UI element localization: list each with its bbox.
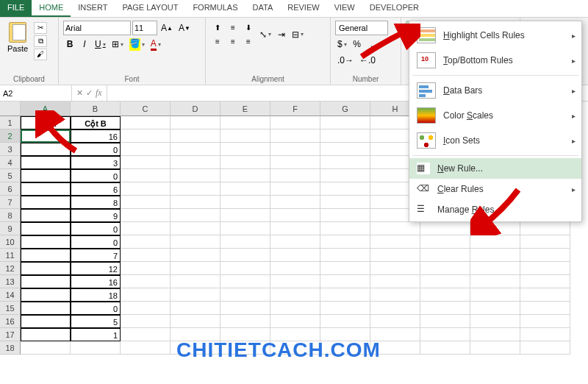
cell[interactable] [370,222,420,235]
cf-color-scales[interactable]: Color Scales▸ [409,103,581,128]
cell[interactable] [520,222,570,235]
cell[interactable] [220,328,270,341]
cell[interactable] [220,262,270,275]
align-top-button[interactable]: ⬆ [210,21,225,34]
cell-data[interactable] [21,328,71,341]
cell[interactable] [220,275,270,288]
cell[interactable] [320,288,370,302]
cell[interactable] [320,143,370,156]
decrease-decimal-button[interactable]: ←.0 [357,53,378,68]
currency-button[interactable]: $▾ [335,37,349,51]
tab-home[interactable]: HOME [32,0,71,17]
cell[interactable] [270,169,320,182]
row-header-8[interactable]: 8 [0,209,21,222]
cell[interactable] [420,275,470,288]
cell[interactable] [270,182,320,196]
cell[interactable] [520,288,570,302]
cell-data[interactable] [21,235,71,249]
cell[interactable] [320,196,370,209]
tab-review[interactable]: REVIEW [280,0,326,17]
font-size-select[interactable] [132,21,157,35]
tab-pagelayout[interactable]: PAGE LAYOUT [115,0,185,17]
fx-icon[interactable]: fx [96,88,102,99]
cell-data[interactable]: 16 [71,129,121,143]
cell[interactable] [470,275,520,288]
cell[interactable] [121,129,171,143]
cell[interactable] [420,315,470,328]
cell-data[interactable]: 6 [71,182,121,196]
cell[interactable] [320,116,370,129]
cell[interactable] [171,341,220,355]
cell[interactable] [520,235,570,249]
tab-view[interactable]: VIEW [327,0,362,17]
cell-data[interactable]: 0 [71,235,121,249]
row-header-2[interactable]: 2 [0,129,21,143]
select-all-corner[interactable] [0,102,21,116]
row-header-6[interactable]: 6 [0,182,21,196]
cell[interactable] [420,288,470,302]
cell[interactable] [171,196,220,209]
cell[interactable] [220,116,270,129]
cell-data[interactable] [21,315,71,328]
cell[interactable] [320,328,370,341]
cell[interactable] [270,196,320,209]
align-right-button[interactable]: ≡ [241,35,256,48]
cell[interactable] [220,129,270,143]
bold-button[interactable]: B [63,37,76,51]
fill-color-button[interactable]: 🪣▾ [127,37,147,51]
cell-data[interactable]: 0 [71,222,121,235]
cell[interactable] [420,341,470,355]
cell[interactable] [270,156,320,169]
cell-data[interactable]: 0 [71,169,121,182]
cell[interactable] [270,129,320,143]
cell-data[interactable]: 9 [71,209,121,222]
cell[interactable] [370,249,420,262]
cell[interactable] [270,209,320,222]
tab-data[interactable]: DATA [245,0,281,17]
cell[interactable] [121,169,171,182]
cell[interactable] [470,262,520,275]
row-header-16[interactable]: 16 [0,315,21,328]
cell[interactable] [470,288,520,302]
cell[interactable] [520,262,570,275]
cell[interactable] [121,196,171,209]
cut-button[interactable]: ✂ [34,22,47,34]
cell-data[interactable]: 18 [71,288,121,302]
font-name-select[interactable] [63,21,131,35]
row-header-12[interactable]: 12 [0,262,21,275]
cell[interactable] [171,116,220,129]
cell[interactable] [320,249,370,262]
column-header-C[interactable]: C [121,102,171,116]
cell[interactable] [220,249,270,262]
cell-data[interactable]: Cột B [71,116,121,129]
cell[interactable] [220,235,270,249]
tab-file[interactable]: FILE [0,0,32,17]
cell[interactable] [520,341,570,355]
cell[interactable] [121,249,171,262]
column-header-A[interactable]: A [21,102,71,116]
cf-data-bars[interactable]: Data Bars▸ [409,78,581,103]
cell-data[interactable] [21,262,71,275]
cell[interactable] [121,341,171,355]
cell-data[interactable] [21,222,71,235]
cell[interactable] [121,182,171,196]
cell[interactable] [220,288,270,302]
cell-data[interactable] [21,209,71,222]
cell[interactable] [370,315,420,328]
column-header-B[interactable]: B [71,102,121,116]
cell[interactable] [171,249,220,262]
cell[interactable] [320,262,370,275]
comma-button[interactable]: , [365,37,379,51]
cell[interactable] [270,249,320,262]
format-painter-button[interactable]: 🖌 [34,49,47,60]
cell[interactable] [171,315,220,328]
cell[interactable] [470,222,520,235]
cell[interactable] [220,302,270,315]
cell[interactable] [121,235,171,249]
cell[interactable] [171,209,220,222]
cell[interactable] [370,288,420,302]
cell[interactable] [270,302,320,315]
row-header-18[interactable]: 18 [0,341,21,355]
cell[interactable] [220,196,270,209]
cell[interactable] [220,315,270,328]
